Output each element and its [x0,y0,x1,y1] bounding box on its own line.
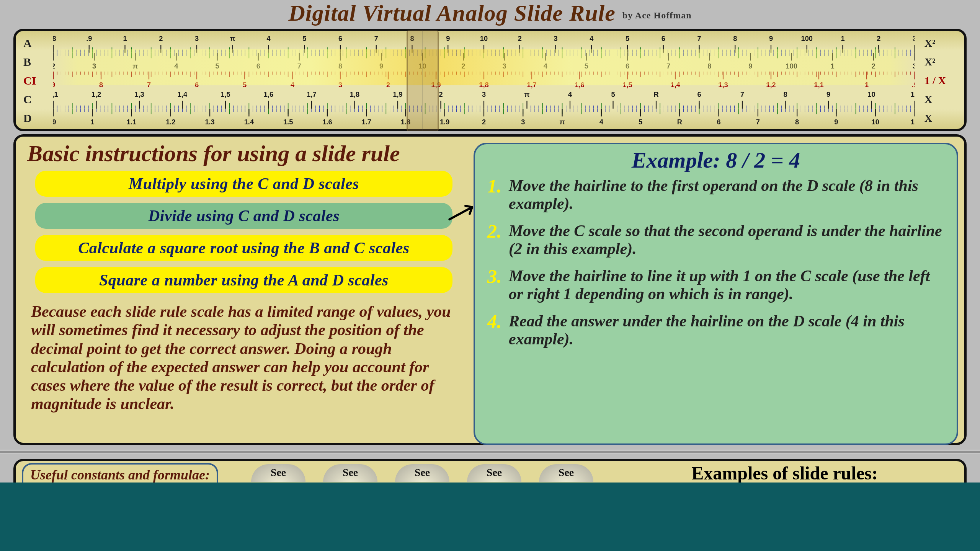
scale-labels-right: X² X² 1 / X X X [915,34,957,127]
svg-text:8: 8 [410,34,414,42]
scale-D[interactable]: .911.11.21.31.41.51.61.71.81.923π45R6789… [53,109,915,127]
svg-text:π: π [560,118,565,126]
svg-text:1: 1 [841,34,844,42]
svg-text:5: 5 [626,34,629,42]
svg-text:1: 1 [123,34,127,42]
see-button[interactable]: See [323,464,377,482]
svg-text:2: 2 [53,62,55,70]
svg-text:2: 2 [518,34,522,42]
svg-text:.8: .8 [53,34,56,42]
svg-text:10: 10 [480,34,488,42]
svg-text:4: 4 [568,91,572,99]
svg-text:8: 8 [99,80,103,88]
svg-text:9: 9 [53,80,55,88]
svg-text:1: 1 [865,80,869,88]
svg-text:100: 100 [786,62,797,70]
svg-text:6: 6 [195,80,199,88]
svg-text:2: 2 [461,62,465,70]
svg-text:3: 3 [338,80,342,88]
svg-text:1.3: 1.3 [205,118,214,126]
bottom-panel: Useful constants and formulae: See See S… [13,459,967,483]
op-sqrt-button[interactable]: Calculate a square root using the B and … [35,235,452,261]
svg-text:6: 6 [338,34,342,42]
svg-text:R: R [653,91,658,99]
svg-text:2: 2 [386,80,390,88]
example-step: 2.Move the C scale so that the second op… [487,222,944,258]
svg-text:1,5: 1,5 [622,80,632,88]
svg-text:1,8: 1,8 [479,80,488,88]
svg-text:5: 5 [243,80,247,88]
svg-text:7: 7 [297,62,301,70]
svg-text:1.5: 1.5 [283,118,293,126]
svg-text:9: 9 [379,62,383,70]
svg-text:1.2: 1.2 [166,118,175,126]
scale-B[interactable]: 23π4567891023456789100123 [53,53,915,72]
example-step: 3.Move the hairline to line it up with 1… [487,267,944,303]
scale-labels-left: A B CI C D [23,34,53,127]
svg-text:1.4: 1.4 [244,118,254,126]
svg-text:5: 5 [302,34,306,42]
svg-text:3: 3 [913,62,915,70]
op-square-button[interactable]: Square a number using the A and D scales [35,267,452,293]
svg-text:2: 2 [877,34,880,42]
svg-text:1: 1 [831,62,835,70]
svg-text:4: 4 [590,34,594,42]
svg-text:6: 6 [717,118,721,126]
scale-CI[interactable]: 987654321,91,81,71,61,51,41,31,21,11.9 [53,72,915,90]
svg-text:7: 7 [666,62,670,70]
examples-title: Examples of slide rules: [611,463,958,484]
instructions-column: Basic instructions for using a slide rul… [22,140,466,439]
example-title: Example: 8 / 2 = 4 [487,147,944,173]
constants-label: Useful constants and formulae: [22,463,218,483]
svg-text:8: 8 [707,62,711,70]
svg-text:.9: .9 [53,118,56,126]
see-button[interactable]: See [251,464,305,482]
svg-text:1.9: 1.9 [440,118,449,126]
svg-text:3: 3 [913,34,915,42]
svg-text:11: 11 [911,91,915,99]
svg-text:R: R [677,118,682,126]
svg-text:8: 8 [338,62,342,70]
svg-text:.9: .9 [86,34,92,42]
instructions-note: Because each slide rule scale has a limi… [27,299,461,413]
example-panel: Example: 8 / 2 = 4 1.Move the hairline t… [474,143,958,445]
op-divide-button[interactable]: Divide using C and D scales [35,203,452,229]
svg-text:9: 9 [826,91,830,99]
svg-text:3: 3 [92,62,96,70]
svg-text:1,2: 1,2 [91,91,101,99]
see-button[interactable]: See [467,464,521,482]
svg-text:1,6: 1,6 [264,91,273,99]
op-multiply-button[interactable]: Multiply using the C and D scales [35,171,452,197]
slide-rule[interactable]: A B CI C D .8.9123π456789102345678910012… [13,29,967,131]
scales-area[interactable]: .8.9123π4567891023456789100123 23π456789… [53,34,915,127]
svg-text:10: 10 [867,91,875,99]
svg-text:10: 10 [418,62,426,70]
scale-C[interactable]: 1,11,21,31,41,51,61,71,81,923π45R6789101… [53,90,915,109]
svg-text:9: 9 [834,118,838,126]
example-panel-wrap: Example: 8 / 2 = 4 1.Move the hairline t… [474,143,958,439]
svg-text:5: 5 [639,118,642,126]
example-step: 1.Move the hairline to the first operand… [487,177,944,213]
svg-text:6: 6 [626,62,629,70]
svg-text:7: 7 [756,118,760,126]
svg-text:2: 2 [439,91,443,99]
scale-A[interactable]: .8.9123π4567891023456789100123 [53,34,915,53]
svg-text:5: 5 [215,62,219,70]
app-title: Digital Virtual Analog Slide Ruleby Ace … [0,0,980,29]
svg-text:5: 5 [611,91,615,99]
svg-text:1,1: 1,1 [53,91,58,99]
svg-text:6: 6 [256,62,260,70]
see-button[interactable]: See [539,464,593,482]
svg-text:4: 4 [544,62,548,70]
svg-text:1,2: 1,2 [766,80,776,88]
svg-text:1.8: 1.8 [401,118,410,126]
svg-text:10: 10 [872,118,879,126]
svg-text:.9: .9 [911,80,915,88]
see-button[interactable]: See [395,464,449,482]
svg-text:1,8: 1,8 [350,91,359,99]
svg-text:7: 7 [147,80,151,88]
svg-text:1,7: 1,7 [527,80,536,88]
svg-text:2: 2 [159,34,163,42]
main-content: Basic instructions for using a slide rul… [13,134,967,445]
svg-text:1,3: 1,3 [718,80,728,88]
